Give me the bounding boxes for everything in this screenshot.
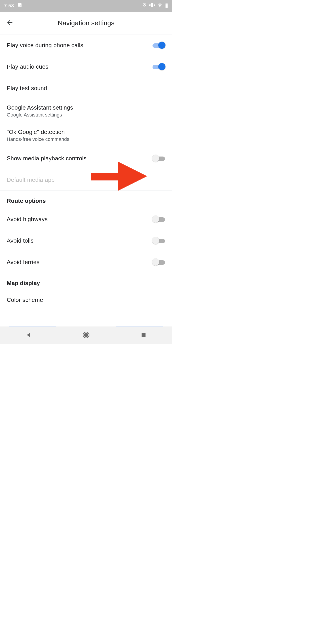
row-default-media-app: Default media app (0, 169, 172, 190)
battery-icon (165, 3, 168, 9)
row-avoid-highways[interactable]: Avoid highways (0, 208, 172, 230)
triangle-back-icon (26, 332, 32, 339)
row-play-test-sound[interactable]: Play test sound (0, 77, 172, 99)
toggle-avoid-tolls[interactable] (152, 236, 166, 245)
status-bar: 7:58 (0, 0, 172, 12)
row-label: Avoid ferries (7, 259, 40, 266)
row-sublabel: Hands-free voice commands (7, 136, 69, 142)
row-label: Play audio cues (7, 63, 48, 70)
system-nav-bar (0, 326, 172, 344)
svg-rect-5 (142, 333, 145, 337)
row-label: Play test sound (7, 85, 47, 92)
status-left: 7:58 (4, 3, 22, 9)
row-label: Avoid highways (7, 216, 48, 223)
circle-home-icon (82, 332, 90, 340)
toggle-avoid-ferries[interactable] (152, 258, 166, 266)
row-label: "Ok Google" detection (7, 128, 69, 136)
settings-list: Play voice during phone calls Play audio… (0, 34, 172, 312)
square-recents-icon (141, 332, 146, 339)
row-label: Google Assistant settings (7, 104, 73, 111)
vibrate-icon (149, 2, 155, 9)
row-avoid-tolls[interactable]: Avoid tolls (0, 230, 172, 251)
row-play-voice-calls[interactable]: Play voice during phone calls (0, 34, 172, 56)
section-map-display: Map display (0, 273, 172, 291)
row-label: Show media playback controls (7, 155, 86, 162)
app-bar: Navigation settings (0, 12, 172, 34)
row-sublabel: Google Assistant settings (7, 112, 73, 118)
status-clock: 7:58 (4, 3, 14, 9)
location-icon (142, 3, 147, 9)
wifi-icon (158, 3, 162, 9)
row-ok-google-detection[interactable]: "Ok Google" detection Hands-free voice c… (0, 123, 172, 148)
toggle-show-media-playback-controls[interactable] (152, 154, 166, 163)
row-google-assistant-settings[interactable]: Google Assistant settings Google Assista… (0, 99, 172, 123)
row-label: Color scheme (7, 296, 43, 304)
row-label: Play voice during phone calls (7, 42, 84, 49)
page-title: Navigation settings (0, 19, 172, 27)
row-show-media-playback-controls[interactable]: Show media playback controls (0, 148, 172, 169)
arrow-back-icon (6, 19, 14, 27)
svg-point-4 (84, 333, 88, 337)
toggle-play-voice-calls[interactable] (152, 41, 166, 50)
back-button[interactable] (2, 15, 18, 31)
toggle-play-audio-cues[interactable] (152, 62, 166, 71)
picture-icon (17, 3, 22, 9)
row-play-audio-cues[interactable]: Play audio cues (0, 56, 172, 77)
row-avoid-ferries[interactable]: Avoid ferries (0, 251, 172, 273)
row-label: Default media app (7, 176, 54, 183)
nav-recents-button[interactable] (132, 329, 155, 342)
svg-point-0 (144, 4, 145, 5)
nav-home-button[interactable] (75, 329, 97, 342)
status-right (142, 2, 168, 9)
row-color-scheme[interactable]: Color scheme (0, 291, 172, 312)
row-label: Avoid tolls (7, 237, 34, 244)
toggle-avoid-highways[interactable] (152, 215, 166, 224)
section-route-options: Route options (0, 191, 172, 208)
nav-back-button[interactable] (18, 329, 40, 342)
